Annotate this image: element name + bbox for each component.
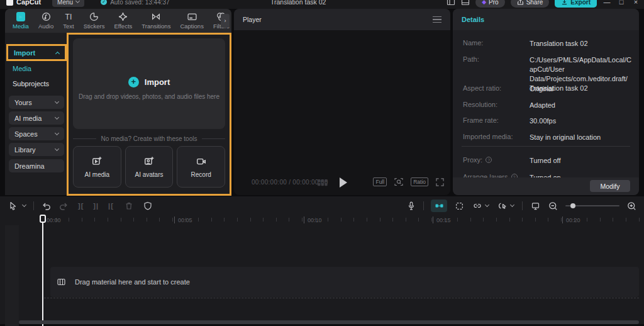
timeline-horizontal-scrollbar[interactable] bbox=[19, 320, 639, 324]
tab-text[interactable]: TI Text bbox=[63, 12, 74, 30]
import-area-highlight: + Import Drag and drop videos, photos, a… bbox=[67, 33, 231, 196]
player-title: Player bbox=[243, 16, 262, 23]
autosave-status: ✓ Auto saved: 13:44:37 bbox=[101, 0, 170, 6]
detail-row-frame-rate: Frame rate: 30.00fps bbox=[463, 116, 631, 126]
sparkle-icon bbox=[118, 12, 128, 21]
fullscreen-expand-icon[interactable] bbox=[436, 178, 444, 186]
select-mode-icon[interactable] bbox=[497, 201, 508, 210]
toolbar-divider bbox=[522, 201, 523, 210]
chevron-down-icon[interactable] bbox=[485, 203, 489, 207]
delete-left-icon[interactable]: ]| bbox=[93, 202, 99, 210]
layout-bottom-panel-icon[interactable] bbox=[461, 0, 470, 6]
tab-captions[interactable]: Captions bbox=[180, 12, 204, 30]
title-bar: CapCut Menu ✓ Auto saved: 13:44:37 Trans… bbox=[0, 0, 644, 9]
ratio-button[interactable]: Ratio bbox=[411, 177, 428, 186]
frame-grid-icon[interactable] bbox=[318, 179, 328, 186]
tab-audio[interactable]: Audio bbox=[38, 12, 53, 30]
zoom-in-icon[interactable] bbox=[627, 201, 636, 211]
minimize-button[interactable]: — bbox=[602, 0, 611, 6]
zoom-slider-handle[interactable] bbox=[570, 203, 575, 208]
auto-snap-icon[interactable] bbox=[455, 201, 464, 211]
share-button[interactable]: Share bbox=[511, 0, 550, 8]
tab-overflow-button[interactable]: › bbox=[221, 14, 230, 28]
track-drop-placeholder[interactable]: Drag material here and start to create bbox=[50, 267, 639, 297]
shield-cover-icon[interactable] bbox=[143, 201, 152, 210]
chevron-down-icon bbox=[55, 130, 59, 135]
export-button[interactable]: Export bbox=[555, 0, 597, 8]
audio-icon bbox=[42, 12, 51, 21]
sidebar-item-ai-media[interactable]: AI media bbox=[9, 111, 64, 125]
capcut-logo-icon bbox=[6, 0, 13, 6]
sticker-icon bbox=[89, 12, 99, 21]
modify-button[interactable]: Modify bbox=[590, 180, 630, 192]
timeline-ruler[interactable]: 00:00 00:05 00:10 00:15 00:20 bbox=[0, 215, 644, 225]
transition-icon bbox=[151, 12, 161, 21]
zoom-fit-icon[interactable] bbox=[394, 177, 403, 186]
toolbar-divider bbox=[423, 201, 424, 210]
sidebar-item-yours[interactable]: Yours bbox=[9, 96, 64, 109]
chevron-down-icon[interactable] bbox=[510, 203, 514, 207]
tab-transitions[interactable]: Transitions bbox=[142, 12, 170, 30]
record-button[interactable]: Record bbox=[177, 146, 225, 188]
playhead-line[interactable] bbox=[42, 215, 43, 326]
share-icon bbox=[517, 0, 524, 6]
full-screen-mode-button[interactable]: Full bbox=[373, 177, 387, 186]
undo-icon[interactable] bbox=[42, 201, 51, 211]
sidebar-item-media[interactable]: Media bbox=[13, 65, 31, 72]
detail-row-name: Name: Translation task 02 bbox=[463, 39, 631, 48]
player-menu-icon[interactable] bbox=[433, 16, 441, 23]
pro-diamond-icon: ◆ bbox=[482, 0, 486, 5]
sidebar-item-dreamina[interactable]: Dreamina bbox=[9, 159, 64, 172]
ai-media-button[interactable]: AI media bbox=[73, 146, 121, 188]
detail-row-proxy: Proxy: ? Turned off bbox=[463, 156, 631, 166]
chevron-up-icon bbox=[55, 51, 60, 55]
details-title: Details bbox=[462, 16, 484, 23]
text-icon: TI bbox=[65, 12, 72, 21]
chevron-down-icon[interactable] bbox=[22, 203, 26, 207]
redo-icon[interactable] bbox=[59, 201, 69, 211]
detail-row-aspect-ratio: Aspect ratio: Original bbox=[463, 84, 631, 94]
ruler-label: 00:05 bbox=[174, 216, 192, 223]
delete-right-icon[interactable]: |[ bbox=[108, 202, 114, 210]
ruler-label: 00:10 bbox=[304, 216, 322, 223]
preview-axis-icon[interactable] bbox=[531, 201, 540, 210]
menu-button[interactable]: Menu bbox=[52, 0, 84, 7]
media-panel: ▶ Media Audio TI Text Stickers bbox=[5, 9, 231, 195]
layout-left-panel-icon[interactable] bbox=[447, 0, 455, 6]
autosave-check-icon: ✓ bbox=[101, 0, 107, 5]
timeline-toolbar: ][ ]| |[ bbox=[0, 196, 644, 215]
ai-avatars-icon bbox=[144, 156, 154, 166]
tab-stickers[interactable]: Stickers bbox=[84, 12, 105, 30]
help-icon[interactable]: ? bbox=[486, 157, 492, 163]
split-icon[interactable]: ][ bbox=[78, 202, 84, 210]
tab-media[interactable]: ▶ Media bbox=[13, 12, 29, 30]
player-timecode: 00:00:00:00 / 00:00:00:00 bbox=[252, 179, 328, 186]
sidebar-item-library[interactable]: Library bbox=[9, 143, 64, 156]
app-logo-text: CapCut bbox=[16, 0, 41, 6]
app-logo: CapCut bbox=[6, 0, 41, 6]
sidebar-item-subprojects[interactable]: Subprojects bbox=[13, 80, 49, 87]
details-divider bbox=[462, 146, 630, 147]
record-voiceover-mic-icon[interactable] bbox=[407, 201, 416, 210]
tab-effects[interactable]: Effects bbox=[114, 12, 132, 30]
ruler-label: 00:20 bbox=[562, 216, 580, 223]
sidebar-item-spaces[interactable]: Spaces bbox=[9, 127, 64, 140]
details-footer: Modify bbox=[453, 177, 639, 195]
play-button[interactable] bbox=[340, 177, 347, 188]
link-clips-icon[interactable] bbox=[472, 201, 482, 210]
chevron-down-icon bbox=[75, 0, 80, 3]
timeline-tracks: Drag material here and start to create bbox=[0, 225, 644, 326]
delete-icon[interactable] bbox=[125, 201, 133, 210]
maximize-button[interactable]: □ bbox=[617, 0, 626, 6]
pro-button[interactable]: ◆ Pro bbox=[475, 0, 504, 8]
main-track-magnet-icon[interactable] bbox=[431, 200, 447, 212]
ai-avatars-button[interactable]: AI avatars bbox=[125, 146, 174, 188]
close-button[interactable]: × bbox=[631, 0, 640, 6]
select-cursor-icon[interactable] bbox=[9, 201, 18, 210]
timeline-zoom-slider[interactable] bbox=[565, 205, 619, 206]
import-dropzone[interactable]: + Import Drag and drop videos, photos, a… bbox=[73, 38, 225, 129]
sidebar-item-import[interactable]: Import bbox=[6, 44, 67, 61]
tools-divider: No media? Create with these tools bbox=[73, 135, 225, 142]
zoom-out-icon[interactable] bbox=[548, 201, 558, 211]
playhead-handle[interactable] bbox=[40, 215, 46, 223]
